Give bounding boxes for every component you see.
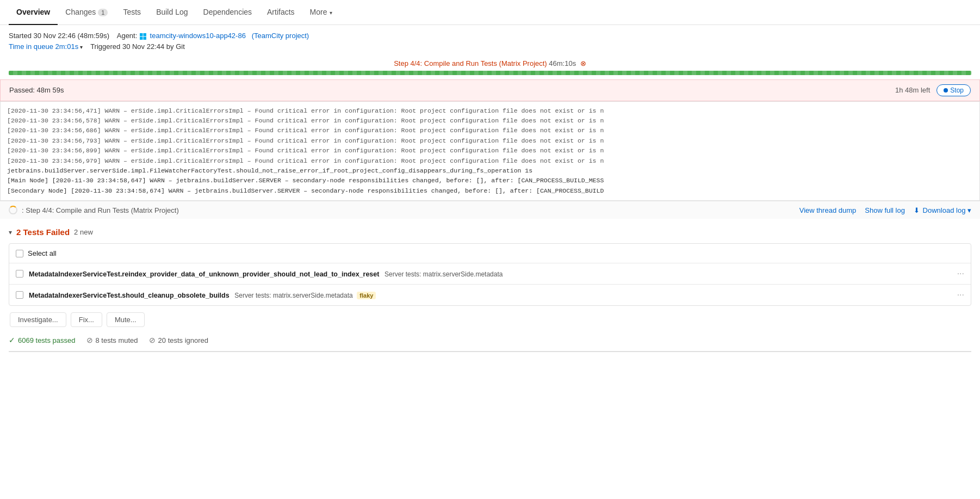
- tab-changes[interactable]: Changes1: [58, 0, 115, 25]
- summary-footer: ✓ 6069 tests passed ⊘ 8 tests muted ⊘ 20…: [9, 334, 971, 347]
- tests-failed-count: 2 Tests Failed: [16, 227, 70, 237]
- log-line: [2020-11-30 23:34:56,899] WARN – erSide.…: [7, 146, 973, 156]
- tab-artifacts[interactable]: Artifacts: [259, 0, 302, 25]
- log-line: [Secondary Node] [2020-11-30 23:34:58,67…: [7, 186, 973, 196]
- step-footer-right: View thread dump Show full log ⬇ Downloa…: [799, 206, 971, 214]
- time-left: 1h 48m left: [895, 86, 930, 94]
- test-name[interactable]: MetadataIndexerServiceTest.should_cleanu…: [29, 292, 230, 299]
- collapse-icon: ▾: [9, 229, 12, 236]
- tests-ignored-link[interactable]: 20 tests ignored: [158, 336, 209, 344]
- action-buttons: Investigate... Fix... Mute...: [9, 312, 971, 327]
- chevron-down-icon: ▾: [328, 10, 333, 16]
- test-checkbox[interactable]: [16, 270, 23, 278]
- log-line: [2020-11-30 23:34:56,471] WARN – erSide.…: [7, 106, 973, 116]
- tab-tests[interactable]: Tests: [115, 0, 148, 25]
- test-suite: Server tests: matrix.serverSide.metadata: [234, 292, 352, 299]
- passed-text: Passed: 48m 59s: [9, 86, 64, 94]
- build-status-bar: Passed: 48m 59s 1h 48m left Stop: [0, 79, 980, 101]
- meta-started: Started 30 Nov 22:46 (48m:59s) Agent: te…: [9, 32, 971, 40]
- tests-passed-link[interactable]: 6069 tests passed: [18, 336, 76, 344]
- tab-overview[interactable]: Overview: [9, 0, 58, 25]
- tests-section: ▾ 2 Tests Failed 2 new Select all Metada…: [0, 219, 980, 361]
- stop-button[interactable]: Stop: [936, 84, 971, 96]
- error-icon: ⊗: [580, 59, 586, 67]
- log-line: [2020-11-30 23:34:56,793] WARN – erSide.…: [7, 136, 973, 146]
- show-full-log-link[interactable]: Show full log: [865, 206, 905, 214]
- svg-rect-3: [143, 36, 146, 40]
- progress-section: Step 4/4: Compile and Run Tests (Matrix …: [0, 55, 980, 79]
- spinner-icon: [9, 206, 17, 214]
- log-section: [2020-11-30 23:34:56,471] WARN – erSide.…: [0, 101, 980, 201]
- tests-header[interactable]: ▾ 2 Tests Failed 2 new: [9, 227, 971, 237]
- tab-dependencies[interactable]: Dependencies: [196, 0, 260, 25]
- flaky-badge: flaky: [357, 292, 376, 299]
- meta-section: Started 30 Nov 22:46 (48m:59s) Agent: te…: [0, 25, 980, 55]
- download-icon: ⬇: [914, 206, 920, 214]
- status-right: 1h 48m left Stop: [895, 84, 971, 96]
- chevron-down-icon: ▾: [967, 206, 971, 214]
- test-name[interactable]: MetadataIndexerServiceTest.reindex_provi…: [29, 270, 379, 278]
- svg-rect-2: [140, 36, 143, 40]
- tests-muted-summary: ⊘ 8 tests muted: [86, 336, 138, 344]
- ignored-icon: ⊘: [149, 336, 156, 344]
- table-row: MetadataIndexerServiceTest.reindex_provi…: [9, 263, 971, 285]
- log-line: [2020-11-30 23:34:56,686] WARN – erSide.…: [7, 126, 973, 135]
- select-all-checkbox[interactable]: [16, 250, 23, 257]
- mute-button[interactable]: Mute...: [107, 312, 145, 327]
- step-footer: : Step 4/4: Compile and Run Tests (Matri…: [0, 201, 980, 219]
- muted-icon: ⊘: [86, 336, 93, 344]
- log-content: [2020-11-30 23:34:56,471] WARN – erSide.…: [1, 102, 979, 201]
- tests-passed-summary: ✓ 6069 tests passed: [9, 336, 76, 344]
- test-table: Select all MetadataIndexerServiceTest.re…: [9, 243, 971, 306]
- investigate-button[interactable]: Investigate...: [10, 312, 66, 327]
- view-thread-dump-link[interactable]: View thread dump: [799, 206, 857, 214]
- svg-rect-0: [140, 33, 143, 36]
- log-line: [2020-11-30 23:34:56,979] WARN – erSide.…: [7, 156, 973, 166]
- nav-tabs: Overview Changes1 Tests Build Log Depend…: [0, 0, 980, 25]
- table-row: MetadataIndexerServiceTest.should_cleanu…: [9, 285, 971, 305]
- test-checkbox[interactable]: [16, 291, 23, 299]
- test-more-button[interactable]: ···: [957, 290, 964, 300]
- windows-icon: [139, 33, 147, 40]
- queue-dropdown-icon[interactable]: ▾: [78, 44, 83, 50]
- tab-buildlog[interactable]: Build Log: [148, 0, 195, 25]
- meta-queue: Time in queue 2m:01s ▾ Triggered 30 Nov …: [9, 42, 971, 51]
- agent-link[interactable]: teamcity-windows10-app42-86: [150, 32, 246, 40]
- step-footer-left: : Step 4/4: Compile and Run Tests (Matri…: [9, 206, 179, 214]
- step-label: Step 4/4: Compile and Run Tests (Matrix …: [9, 59, 971, 67]
- tests-new-badge: 2 new: [74, 228, 93, 236]
- select-all-row: Select all: [9, 244, 971, 263]
- stop-icon: [944, 88, 948, 93]
- tests-ignored-summary: ⊘ 20 tests ignored: [149, 336, 209, 344]
- log-line: [Main Node] [2020-11-30 23:34:58,647] WA…: [7, 176, 973, 186]
- log-line: jetbrains.buildServer.serverSide.impl.Fi…: [7, 166, 973, 176]
- test-more-button[interactable]: ···: [957, 269, 964, 279]
- download-log-link[interactable]: ⬇ Download log ▾: [914, 206, 971, 214]
- progress-bar: [9, 71, 971, 75]
- log-line: [2020-11-30 23:34:56,578] WARN – erSide.…: [7, 116, 973, 126]
- check-icon: ✓: [9, 336, 15, 344]
- test-suite: Server tests: matrix.serverSide.metadata: [384, 270, 503, 278]
- tests-muted-link[interactable]: 8 tests muted: [96, 336, 138, 344]
- queue-link[interactable]: Time in queue 2m:01s: [9, 42, 78, 51]
- tab-more[interactable]: More ▾: [302, 0, 340, 25]
- progress-bar-fill: [9, 71, 971, 75]
- bottom-divider: [9, 351, 971, 352]
- fix-button[interactable]: Fix...: [71, 312, 102, 327]
- svg-rect-1: [143, 33, 146, 36]
- teamcity-project-link[interactable]: (TeamCity project): [252, 32, 309, 40]
